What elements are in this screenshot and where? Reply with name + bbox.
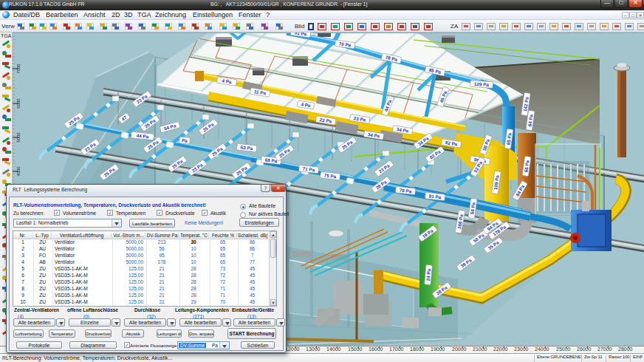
svg-text:7000: 7000 (16, 64, 21, 74)
svg-text:129 Pa: 129 Pa (474, 81, 490, 87)
svg-text:Pa: Pa (182, 137, 188, 143)
svg-text:24 Pa: 24 Pa (425, 268, 431, 281)
svg-text:5000: 5000 (16, 132, 21, 143)
svg-text:6000: 6000 (16, 98, 21, 109)
svg-text:4000: 4000 (16, 166, 21, 177)
